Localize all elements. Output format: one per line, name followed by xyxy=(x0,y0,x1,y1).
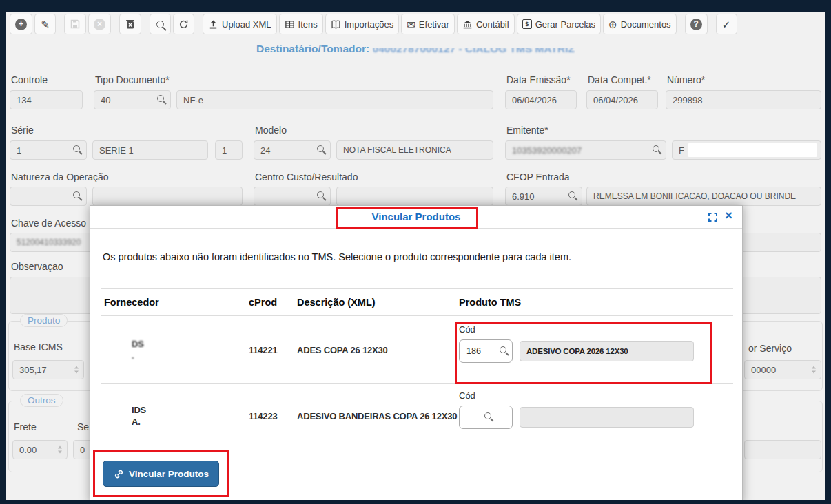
vincular-produtos-button[interactable]: Vincular Produtos xyxy=(103,461,219,487)
search-icon[interactable] xyxy=(73,191,80,198)
cprod-cell: 114221 xyxy=(249,344,277,355)
upload-xml-button[interactable]: Upload XML xyxy=(203,14,277,34)
centro-custo-desc-field[interactable] xyxy=(336,187,493,206)
check-icon: ✓ xyxy=(722,19,731,30)
serie-desc-field[interactable]: SERIE 1 xyxy=(92,140,208,160)
data-emissao-field[interactable]: 06/04/2026 xyxy=(505,90,577,109)
stepper-icon[interactable] xyxy=(58,446,62,454)
refresh-button[interactable] xyxy=(173,14,194,34)
redacted-value: 51200410333920 xyxy=(17,238,81,247)
emitente-code-field[interactable]: 10353920000207 xyxy=(505,140,666,160)
dollar-square-icon: $ xyxy=(522,19,532,29)
save-icon xyxy=(70,19,81,30)
data-emissao-label: Data Emissão* xyxy=(506,74,571,85)
cfop-code-field[interactable]: 6.910 xyxy=(505,187,582,206)
cod-input[interactable]: 186 xyxy=(459,339,513,363)
cod-input[interactable] xyxy=(459,406,513,429)
help-button[interactable]: ? xyxy=(685,14,708,34)
modal-title: Vincular Produtos xyxy=(90,211,742,222)
envelope-icon: ✉ xyxy=(407,19,416,30)
centro-custo-label: Centro Custo/Resultado xyxy=(255,171,358,182)
outros-right-field[interactable] xyxy=(744,440,821,459)
controle-label: Controle xyxy=(11,74,48,85)
gerar-parcelas-button[interactable]: $ Gerar Parcelas xyxy=(517,14,601,34)
importacoes-label: Importações xyxy=(345,19,394,30)
descricao-cell: ADES COPA 26 12X30 xyxy=(297,344,459,355)
delete-button[interactable] xyxy=(119,14,141,34)
confirm-button[interactable]: ✓ xyxy=(716,14,737,34)
search-icon[interactable] xyxy=(317,145,324,152)
outros-legend: Outros xyxy=(20,394,63,407)
produto-tms-field[interactable] xyxy=(520,407,694,428)
search-button[interactable] xyxy=(150,14,171,34)
table-header-row: Fornecedor cProd Descrição (XML) Produto… xyxy=(101,288,733,316)
serie-code-field[interactable]: 1 xyxy=(10,140,87,160)
produto-legend: Produto xyxy=(20,314,68,327)
documentos-button[interactable]: ⊕ Documentos xyxy=(603,14,677,34)
fornecedor-cell-redacted: IDS A. xyxy=(132,404,146,428)
natureza-code-field[interactable] xyxy=(10,187,87,206)
emitente-name-field[interactable]: F xyxy=(672,140,821,160)
upload-xml-label: Upload XML xyxy=(222,19,271,30)
col-descricao: Descrição (XML) xyxy=(297,297,459,308)
maximize-icon[interactable] xyxy=(708,213,717,222)
valor-servico-field[interactable]: 00000 xyxy=(744,360,821,379)
stepper-icon[interactable] xyxy=(74,366,79,374)
data-compet-field[interactable]: 06/04/2026 xyxy=(586,90,658,109)
importacoes-button[interactable]: Importações xyxy=(325,14,400,34)
modelo-code-field[interactable]: 24 xyxy=(254,140,331,160)
natureza-desc-field[interactable] xyxy=(92,187,243,206)
base-icms-field[interactable]: 305,17 xyxy=(12,360,84,379)
documentos-label: Documentos xyxy=(621,19,671,30)
search-icon[interactable] xyxy=(157,95,164,102)
controle-field[interactable]: 134 xyxy=(10,90,83,109)
cprod-cell: 114223 xyxy=(249,410,277,421)
fornecedor-cell-redacted: DS . xyxy=(132,338,144,361)
produto-tms-cell: Cód 186 ADESIVO COPA 2026 12X30 xyxy=(459,324,694,363)
edit-button[interactable]: ✎ xyxy=(34,14,56,34)
modelo-desc-field[interactable]: NOTA FISCAL ELETRONICA xyxy=(336,140,493,160)
seguro-label: Se xyxy=(77,421,89,432)
search-icon[interactable] xyxy=(568,191,575,198)
contabil-label: Contábil xyxy=(476,19,509,30)
tipo-documento-code-field[interactable]: 40 xyxy=(94,90,171,109)
save-button[interactable] xyxy=(64,14,86,34)
search-icon[interactable] xyxy=(484,412,491,419)
table-row: IDS A. 114223 ADESIVO BANDEIRAS COPA 26 … xyxy=(101,384,733,448)
cancel-button[interactable]: × xyxy=(88,14,111,34)
close-icon[interactable]: × xyxy=(725,208,732,223)
tipo-documento-label: Tipo Documento* xyxy=(95,74,170,85)
chave-acesso-label: Chave de Acesso xyxy=(11,218,86,229)
search-icon[interactable] xyxy=(500,346,506,353)
redaction-cover xyxy=(688,143,817,157)
numero-field[interactable]: 299898 xyxy=(666,90,821,109)
app-window: + ✎ × Upload XML Itens Importações ✉ Efe… xyxy=(0,0,831,504)
efetivar-button[interactable]: ✉ Efetivar xyxy=(401,14,455,34)
efetivar-label: Efetivar xyxy=(419,19,449,30)
search-icon[interactable] xyxy=(73,145,80,152)
frete-field[interactable]: 0.00 xyxy=(12,440,68,459)
frame-right xyxy=(825,0,831,504)
stepper-icon[interactable] xyxy=(812,366,816,374)
frame-left xyxy=(0,0,6,504)
produto-tms-field[interactable]: ADESIVO COPA 2026 12X30 xyxy=(520,341,694,361)
cfop-desc-field[interactable]: REMESSA EM BONIFICACAO, DOACAO OU BRINDE xyxy=(586,187,821,206)
data-compet-label: Data Compet.* xyxy=(588,74,651,85)
tipo-documento-desc-field[interactable]: NF-e xyxy=(176,90,493,109)
centro-custo-code-field[interactable] xyxy=(254,187,331,206)
recipient-label: Destinatário/Tomador: xyxy=(256,43,369,54)
add-button[interactable]: + xyxy=(10,14,32,34)
contabil-button[interactable]: Contábil xyxy=(457,14,515,34)
cod-label: Cód xyxy=(459,324,694,335)
itens-button[interactable]: Itens xyxy=(279,14,323,34)
cancel-icon: × xyxy=(94,19,105,30)
search-icon[interactable] xyxy=(317,191,324,198)
recipient-value-redacted: 04002787000127 - CIALOG TMS MATRIZ xyxy=(373,43,575,55)
cod-label: Cód xyxy=(459,390,694,401)
serie-extra-field[interactable]: 1 xyxy=(215,140,243,160)
modal-header: Vincular Produtos × xyxy=(90,206,742,229)
plus-circle-icon: ⊕ xyxy=(608,19,617,30)
vincular-produtos-modal: Vincular Produtos × Os produtos abaixo n… xyxy=(90,205,743,504)
cfop-label: CFOP Entrada xyxy=(506,171,570,182)
search-icon[interactable] xyxy=(653,145,659,152)
